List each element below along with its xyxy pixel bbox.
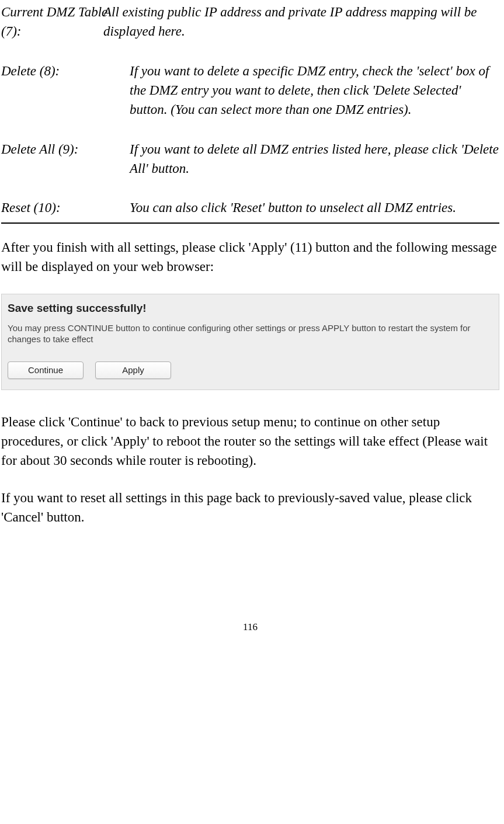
definition-description: If you want to delete a specific DMZ ent…: [130, 61, 499, 120]
definition-description: You can also click 'Reset' button to uns…: [130, 198, 499, 217]
definition-term: Delete All (9):: [1, 140, 130, 159]
save-success-screenshot: Save setting successfully! You may press…: [1, 294, 499, 390]
definition-delete-all: Delete All (9): If you want to delete al…: [1, 140, 499, 179]
screenshot-button-row: Continue Apply: [8, 361, 493, 379]
definition-current-dmz-table: Current DMZ Table (7): All existing publ…: [1, 2, 499, 41]
definition-term: Reset (10):: [1, 198, 130, 217]
screenshot-body-text: You may press CONTINUE button to continu…: [8, 322, 493, 345]
page-number: 116: [1, 620, 499, 635]
apply-instruction-text: After you finish with all settings, plea…: [1, 238, 499, 277]
definition-term: Delete (8):: [1, 61, 130, 81]
definitions-section: Current DMZ Table (7): All existing publ…: [1, 2, 499, 218]
definition-reset: Reset (10): You can also click 'Reset' b…: [1, 198, 499, 217]
spacer: [1, 178, 499, 198]
continue-button[interactable]: Continue: [8, 361, 84, 379]
definition-description: If you want to delete all DMZ entries li…: [130, 140, 499, 179]
continue-instruction-text: Please click 'Continue' to back to previ…: [1, 412, 499, 471]
term-text: Current DMZ Table (7):: [1, 5, 107, 39]
screenshot-title: Save setting successfully!: [8, 300, 493, 317]
apply-button[interactable]: Apply: [95, 361, 171, 379]
horizontal-rule: [1, 222, 499, 224]
cancel-instruction-text: If you want to reset all settings in thi…: [1, 488, 499, 527]
definition-description: All existing public IP address and priva…: [103, 2, 499, 41]
spacer: [1, 120, 499, 140]
definition-delete: Delete (8): If you want to delete a spec…: [1, 61, 499, 120]
spacer: [1, 41, 499, 61]
